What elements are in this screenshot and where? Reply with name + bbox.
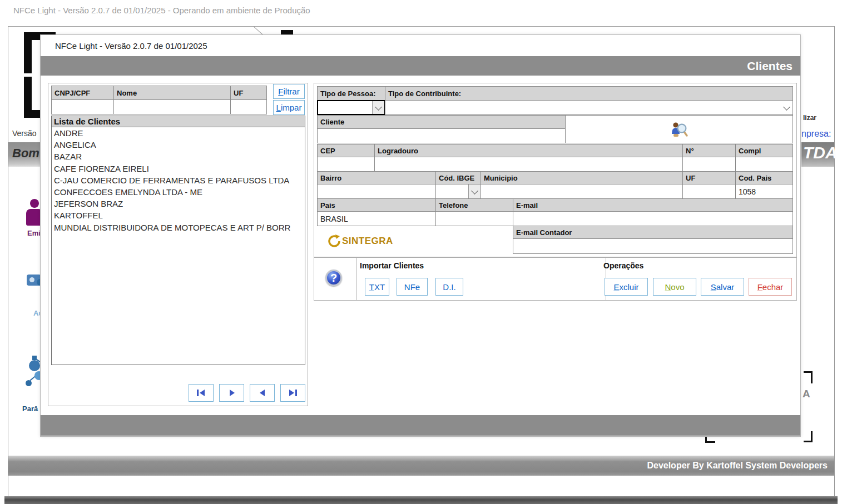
dialog-title: NFCe Light - Versão 2.0.7 de 01/01/2025 (55, 41, 207, 51)
footer-credit-text: Developer By Kartoffel System Developers (647, 461, 828, 470)
bairro-input[interactable] (317, 184, 436, 199)
parametros-molecule-icon-node (26, 380, 32, 386)
client-list-item[interactable]: ANDRE (52, 127, 305, 139)
menu-emitir-label: Emi (27, 229, 41, 237)
autorizar-icon-lens (29, 277, 34, 282)
salvar-button[interactable]: Salvar (701, 278, 744, 296)
client-list-item[interactable]: JEFERSON BRAZ (52, 198, 305, 209)
cliente-label: Cliente (317, 115, 566, 129)
greeting-text: Bom (12, 146, 39, 161)
filter-col-uf-header: UF (230, 86, 267, 100)
emitir-person-icon (30, 199, 39, 208)
compl-label: Compl (735, 144, 793, 157)
tipo-pessoa-label: Tipo de Pessoa: (317, 86, 385, 101)
combo-button[interactable] (468, 184, 481, 198)
sintegra-logo[interactable]: SINTEGRA (326, 233, 393, 249)
cep-input[interactable] (317, 157, 375, 172)
client-list-item[interactable]: ANGELICA (52, 139, 305, 151)
logradouro-label: Logradouro (374, 144, 683, 157)
tipo-pessoa-select[interactable] (317, 100, 385, 115)
limpar-button[interactable]: Limpar (273, 100, 305, 115)
uf-input[interactable] (682, 184, 736, 199)
client-listbox: Lista de Clientes ANDREANGELICABAZARCAFE… (51, 116, 305, 365)
email-contador-label: E-mail Contador (513, 226, 793, 239)
tipo-contribuinte-label: Tipo de Contribuinte: (385, 86, 793, 101)
client-list-panel: CNPJ/CPF Nome UF Filtrar Limpar Lista de… (48, 83, 308, 406)
client-list-item[interactable]: MUNDIAL DISTRIBUIDORA DE MOTOPECAS E ART… (52, 222, 305, 233)
sintegra-text: SINTEGRA (342, 236, 393, 247)
screen: NFCe Light - Versão 2.0.7 de 01/01/2025 … (0, 0, 842, 504)
cod-pais-input[interactable] (735, 184, 793, 199)
divider (356, 258, 356, 300)
cliente-input[interactable] (317, 128, 566, 143)
parametros-molecule-icon-node (32, 356, 37, 360)
menu-parametros-label: Parâ (22, 405, 38, 413)
telefone-label: Telefone (435, 198, 513, 212)
versao-label: Versão (12, 129, 37, 138)
operacoes-title: Operações (603, 261, 643, 270)
filter-nome-input[interactable] (113, 99, 231, 114)
email-contador-input[interactable] (513, 238, 793, 254)
previous-record-icon (259, 389, 266, 397)
client-list-item[interactable]: CAFE FIORENZA EIRELI (52, 163, 305, 174)
importar-di-button[interactable]: D.I. (435, 278, 463, 296)
importar-txt-button[interactable]: TXT (365, 278, 389, 296)
client-form-panel: Tipo de Pessoa: Tipo de Contribuinte: Cl… (314, 83, 797, 257)
chevron-down-icon (783, 103, 790, 111)
uf-label: UF (682, 171, 736, 184)
filter-col-cnpj-header: CNPJ/CPF (51, 86, 114, 100)
previous-record-button[interactable] (250, 384, 275, 402)
page-title: Clientes (747, 59, 793, 72)
client-list-item[interactable]: C-JAU COMERCIO DE FERRAMENTAS E PARAFUSO… (52, 174, 305, 186)
chevron-down-icon (471, 187, 478, 194)
email-input[interactable] (513, 211, 793, 226)
logo-fragment (281, 30, 293, 34)
qr-corner-bottom-right-icon (804, 431, 813, 442)
next-record-icon (228, 389, 236, 397)
telefone-input[interactable] (435, 211, 513, 226)
last-record-button[interactable] (280, 384, 305, 402)
client-list-item[interactable]: BAZAR (52, 151, 305, 162)
empresa-fragment: npresa: (801, 129, 831, 139)
cod-ibge-select[interactable] (435, 184, 481, 199)
excluir-button[interactable]: Excluir (605, 278, 648, 296)
actions-panel: ? Importar Clientes TXT NFe D.I. Operaçõ… (314, 257, 797, 301)
client-list-item[interactable]: CONFECCOES EMELYNDA LTDA - ME (52, 186, 305, 198)
combo-button[interactable] (372, 101, 384, 114)
first-record-icon (196, 389, 206, 397)
qr-corner-top-right-icon (804, 371, 813, 383)
first-record-button[interactable] (189, 384, 214, 402)
last-record-icon (288, 389, 298, 397)
filter-col-nome-header: Nome (113, 86, 231, 100)
company-name-fragment: TDA (803, 143, 838, 162)
importar-nfe-button[interactable]: NFe (397, 278, 428, 296)
clientes-dialog: NFCe Light - Versão 2.0.7 de 01/01/2025 … (40, 34, 801, 437)
novo-button[interactable]: Novo (653, 278, 696, 296)
client-list: ANDREANGELICABAZARCAFE FIORENZA EIRELIC-… (52, 127, 305, 233)
numero-input[interactable] (682, 157, 736, 172)
logradouro-input[interactable] (374, 157, 683, 172)
numero-label: N° (682, 144, 736, 157)
cep-label: CEP (317, 144, 375, 157)
next-record-button[interactable] (219, 384, 244, 402)
footer-credit-bar: Developer By Kartoffel System Developers (8, 456, 834, 476)
sintegra-icon (326, 233, 342, 249)
filtrar-button[interactable]: Filtrar (273, 84, 305, 99)
pais-input[interactable] (317, 211, 436, 226)
filter-uf-input[interactable] (230, 99, 267, 114)
filter-cnpj-input[interactable] (51, 99, 114, 114)
email-label: E-mail (513, 198, 793, 212)
tipo-contribuinte-select[interactable] (385, 100, 793, 115)
help-icon[interactable]: ? (325, 270, 342, 286)
client-list-item[interactable]: KARTOFFEL (52, 209, 305, 221)
pais-label: Pais (317, 198, 436, 212)
parametros-molecule-icon (29, 360, 40, 371)
compl-input[interactable] (735, 157, 793, 172)
cod-ibge-label: Cód. IBGE (435, 171, 481, 184)
qr-letter-fragment: A (803, 388, 810, 400)
municipio-input[interactable] (481, 184, 683, 199)
window-bottom-edge (4, 496, 838, 504)
fechar-button[interactable]: Fechar (749, 278, 792, 296)
bairro-label: Bairro (317, 171, 436, 184)
client-search-icon[interactable] (670, 121, 689, 138)
